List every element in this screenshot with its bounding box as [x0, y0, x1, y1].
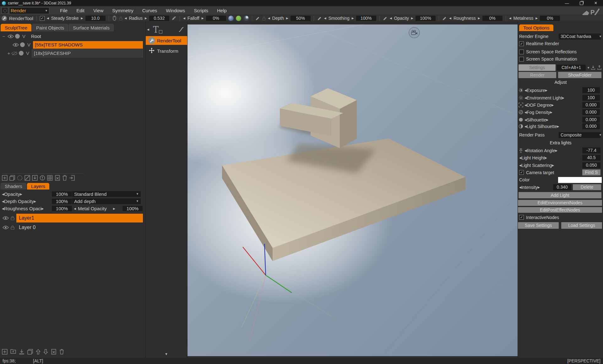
decrease-icon[interactable]: ◀: [524, 96, 527, 99]
add-object-icon[interactable]: [2, 349, 8, 355]
tree-row-label-selected[interactable]: [55x]TEST SHADOWS: [33, 41, 143, 49]
tab-tool-options[interactable]: Tool Options: [519, 24, 553, 31]
layer-info-icon[interactable]: [40, 175, 45, 181]
lock-icon[interactable]: [119, 16, 122, 20]
smoothing-increase-icon[interactable]: ▶: [352, 17, 354, 20]
mouse-icon[interactable]: [112, 16, 117, 21]
grid-icon[interactable]: [47, 175, 53, 181]
light-height-value[interactable]: 40.5: [582, 155, 600, 161]
increase-icon[interactable]: ▶: [550, 111, 552, 114]
smoothing-value[interactable]: 100%: [356, 16, 376, 21]
layer-name[interactable]: Layer 0: [16, 223, 143, 232]
depth-blend-dropdown[interactable]: Add depth▼: [72, 198, 141, 204]
roughness-decrease-icon[interactable]: ◀: [449, 17, 451, 20]
menu-curves[interactable]: Curves: [138, 7, 162, 15]
menu-edit[interactable]: Edit: [72, 7, 89, 15]
maximize-button[interactable]: [574, 0, 589, 6]
ssr-checkbox[interactable]: [519, 50, 524, 54]
chevron-down-icon[interactable]: ▼: [599, 35, 602, 38]
increase-icon[interactable]: ▶: [545, 89, 547, 92]
decrease-icon[interactable]: ◀: [524, 89, 527, 92]
roughness-opacity-increase-icon[interactable]: ▶: [41, 207, 44, 210]
radius-increase-icon[interactable]: ▶: [145, 17, 147, 20]
eye-icon[interactable]: [3, 226, 9, 229]
layer-opacity-value[interactable]: 100%: [52, 191, 72, 197]
render-engine-dropdown[interactable]: 3DCoat hardwa: [559, 34, 601, 40]
light-silhouette-value[interactable]: 0.000: [582, 123, 600, 129]
decrease-icon[interactable]: ◀: [524, 118, 527, 121]
close-button[interactable]: ×: [589, 0, 603, 6]
dof-degree-value[interactable]: 0.000: [582, 102, 600, 108]
menu-scripts[interactable]: Scripts: [189, 7, 213, 15]
falloff-decrease-icon[interactable]: ◀: [183, 17, 185, 20]
steady-stroke-checkbox[interactable]: ✓: [40, 16, 45, 21]
save-settings-button[interactable]: Save Settings: [518, 222, 559, 229]
increase-icon[interactable]: ▶: [562, 96, 564, 99]
ssi-row[interactable]: Screen Space Illumination: [518, 56, 603, 62]
clear-layer-icon[interactable]: [24, 175, 30, 181]
depth-opacity-value[interactable]: 100%: [52, 199, 72, 204]
increase-icon[interactable]: ▶: [545, 156, 547, 159]
camera-icon[interactable]: [409, 27, 420, 38]
import-settings-icon[interactable]: [591, 65, 595, 70]
duplicate-icon[interactable]: [27, 349, 33, 355]
metal-opacity-value[interactable]: 100%: [122, 206, 143, 211]
light-color-swatch[interactable]: [558, 177, 602, 183]
depth-increase-icon[interactable]: ▶: [286, 17, 288, 20]
add-light-button[interactable]: Add Light: [519, 192, 601, 198]
shader-sphere-icon[interactable]: [20, 42, 25, 47]
ssi-checkbox[interactable]: [519, 57, 524, 62]
move-down-icon[interactable]: [43, 349, 48, 355]
exposure-value[interactable]: 100: [582, 87, 600, 93]
collapse-panel-icon[interactable]: ◀: [147, 28, 149, 31]
radius-value[interactable]: 0.532: [149, 16, 169, 21]
increase-icon[interactable]: ▶: [551, 104, 554, 107]
falloff-increase-icon[interactable]: ▶: [202, 17, 204, 20]
camera-target-checkbox[interactable]: ✓: [519, 170, 524, 175]
menu-view[interactable]: View: [89, 7, 108, 15]
opacity-increase-icon[interactable]: ▶: [411, 17, 413, 20]
delete-object-icon[interactable]: [51, 349, 57, 355]
increase-icon[interactable]: ▶: [557, 125, 559, 128]
opacity-decrease-icon[interactable]: ◀: [2, 193, 4, 196]
realtime-render-row[interactable]: ✓ Realtime Render: [518, 41, 603, 46]
tab-paint-objects[interactable]: Paint Objects: [32, 24, 68, 31]
layer-name[interactable]: Layer1: [16, 214, 143, 222]
opacity-increase-icon[interactable]: ▶: [20, 193, 22, 196]
room-gear-icon[interactable]: [2, 7, 8, 14]
export-layer-icon[interactable]: [69, 175, 75, 181]
rotation-angle-value[interactable]: -77.4: [582, 147, 600, 153]
duplicate-layer-icon[interactable]: [9, 175, 15, 181]
show-folder-button[interactable]: ShowFolder: [558, 72, 601, 78]
tree-row-spaceship[interactable]: + V [18x]SPACESHIP: [0, 49, 145, 57]
menu-file[interactable]: File: [56, 7, 72, 15]
render-pass-dropdown[interactable]: Composite: [559, 132, 601, 138]
tool-item-rendertool[interactable]: RenderTool: [146, 36, 187, 45]
pencil-icon[interactable]: [442, 16, 447, 21]
collapse-icon[interactable]: −: [1, 34, 6, 39]
menu-windows[interactable]: Windows: [161, 7, 189, 15]
smoothing-decrease-icon[interactable]: ◀: [324, 17, 326, 20]
lock-icon[interactable]: [11, 225, 14, 230]
realtime-render-checkbox[interactable]: ✓: [519, 41, 524, 46]
edit-environment-nodes-button[interactable]: EditEnvironmentNodes: [518, 200, 602, 206]
increase-icon[interactable]: ▶: [546, 118, 548, 121]
steady-stroke-increase-icon[interactable]: ▶: [81, 17, 83, 20]
roughness-increase-icon[interactable]: ▶: [478, 17, 480, 20]
lock-icon[interactable]: [262, 16, 266, 20]
tree-row-test-shadows[interactable]: V [55x]TEST SHADOWS: [0, 40, 145, 49]
metalness-decrease-icon[interactable]: ◀: [509, 17, 511, 20]
metal-opacity-decrease-icon[interactable]: ◀: [74, 207, 76, 210]
tab-layers[interactable]: Layers: [27, 183, 49, 190]
eye-icon[interactable]: [8, 35, 14, 38]
eye-off-icon[interactable]: [11, 51, 18, 55]
add-folder-icon[interactable]: [10, 349, 16, 354]
silhouette-value[interactable]: 0.000: [582, 117, 600, 123]
tree-row-label[interactable]: [18x]SPACESHIP: [32, 49, 143, 57]
shortcut-value[interactable]: Ctrl+Alt+1: [557, 65, 586, 71]
menu-help[interactable]: Help: [213, 7, 231, 15]
metalness-value[interactable]: 0%: [540, 16, 560, 21]
steady-stroke-decrease-icon[interactable]: ◀: [47, 17, 49, 20]
metal-opacity-increase-icon[interactable]: ▶: [113, 207, 115, 210]
chevron-down-icon[interactable]: ▼: [587, 66, 590, 69]
